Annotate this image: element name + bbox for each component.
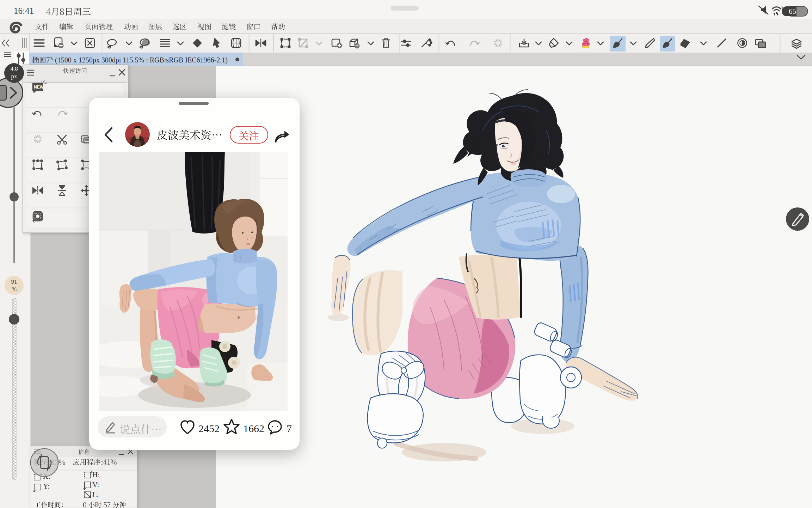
svg-text:65: 65 bbox=[789, 7, 796, 16]
svg-text:NEW: NEW bbox=[34, 85, 44, 90]
